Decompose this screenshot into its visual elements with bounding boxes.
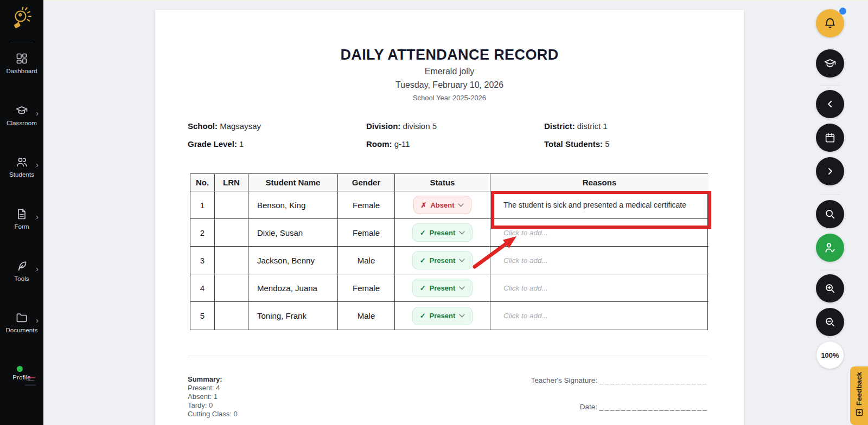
calendar-button[interactable] [816, 124, 844, 152]
sidebar-item-students[interactable]: Students › [0, 156, 43, 178]
table-header-row: No. LRN Student Name Gender Status Reaso… [190, 174, 707, 191]
notification-badge [839, 8, 846, 15]
report-date: Tuesday, February 10, 2026 [155, 80, 744, 90]
status-dropdown-present[interactable]: ✓ Present [412, 307, 473, 325]
app-logo[interactable] [9, 5, 35, 34]
online-status-dot [17, 366, 23, 372]
date-signature-line: Date: ____________________ [580, 403, 708, 411]
top-strip [43, 0, 868, 1]
cell-no: 2 [190, 219, 215, 247]
info-grade-label: Grade Level: [188, 139, 237, 149]
reason-cell-placeholder[interactable]: Click to add... [490, 247, 709, 274]
classroom-mode-button[interactable] [816, 49, 844, 78]
feedback-message-icon [856, 409, 863, 418]
cell-status: ✓ Present [395, 302, 490, 330]
students-icon [15, 156, 28, 169]
search-button[interactable] [816, 200, 844, 228]
info-division: Division: division 5 [366, 121, 437, 131]
reason-cell-placeholder[interactable]: Click to add... [490, 302, 709, 330]
chevron-right-icon [825, 166, 835, 177]
cell-lrn [215, 274, 248, 302]
graduation-cap-icon [15, 104, 28, 117]
cell-gender: Female [338, 274, 395, 302]
info-room-value: g-11 [394, 139, 410, 149]
bell-icon [824, 17, 837, 30]
status-label: Present [430, 284, 456, 292]
person-check-icon [824, 241, 837, 254]
sidebar-item-label: Tools [0, 275, 43, 282]
sidebar-profile[interactable]: Profile [0, 371, 43, 381]
footer-divider [188, 356, 708, 356]
chevron-down-icon [459, 314, 465, 318]
info-total-label: Total Students: [544, 139, 603, 149]
rail-divider [820, 195, 840, 195]
chevron-right-icon: › [36, 213, 39, 221]
reason-cell[interactable]: The student is sick and presented a medi… [490, 191, 709, 219]
summary-cutting-class: Cutting Class: 0 [188, 410, 238, 418]
sidebar-item-tools[interactable]: Tools › [0, 260, 43, 282]
header-reasons: Reasons [490, 174, 709, 191]
zoom-level-indicator[interactable]: 100% [816, 342, 844, 369]
info-division-label: Division: [366, 121, 400, 131]
x-mark-icon: ✗ [421, 201, 427, 209]
zoom-out-button[interactable] [816, 308, 844, 336]
cell-lrn [215, 302, 248, 330]
rail-divider [820, 270, 840, 271]
status-dropdown-absent[interactable]: ✗ Absent [413, 196, 472, 214]
sidebar-item-label: Documents [0, 327, 43, 333]
feedback-tab[interactable]: Feedback [850, 366, 868, 425]
cell-lrn [215, 247, 248, 274]
info-district: District: district 1 [544, 121, 608, 131]
status-dropdown-present[interactable]: ✓ Present [412, 279, 473, 297]
next-day-button[interactable] [816, 157, 844, 185]
table-row: 4 Mendoza, Juana Female ✓ Present Cl [190, 274, 707, 302]
sidebar-item-classroom[interactable]: Classroom › [0, 104, 43, 126]
sidebar-item-form[interactable]: Form › [0, 208, 43, 230]
summary-title: Summary: [188, 375, 238, 384]
search-icon [824, 208, 836, 220]
cell-student-name: Jackson, Benny [248, 247, 338, 274]
reason-cell-placeholder[interactable]: Click to add... [490, 274, 709, 302]
status-dropdown-present[interactable]: ✓ Present [412, 251, 473, 269]
info-school-value: Magsaysay [220, 121, 261, 131]
profile-label: Profile [0, 374, 43, 381]
cell-gender: Female [338, 219, 395, 247]
cell-lrn [215, 219, 248, 247]
sidebar-item-label: Dashboard [0, 68, 43, 74]
sidebar: Dashboard Classroom › [0, 0, 43, 425]
info-total-value: 5 [605, 139, 609, 149]
chevron-right-icon: › [36, 161, 39, 169]
teacher-name: Emerald jolly [155, 67, 744, 76]
previous-day-button[interactable] [816, 90, 844, 118]
status-dropdown-present[interactable]: ✓ Present [412, 223, 473, 242]
info-division-value: division 5 [403, 121, 437, 131]
header-gender: Gender [338, 174, 395, 191]
header-lrn: LRN [215, 174, 248, 191]
summary-tardy: Tardy: 0 [188, 401, 238, 410]
sidebar-item-documents[interactable]: Documents › [0, 311, 43, 333]
header-no: No. [190, 174, 215, 191]
attendance-table: No. LRN Student Name Gender Status Reaso… [190, 173, 708, 330]
cell-no: 1 [190, 191, 215, 219]
zoom-in-button[interactable] [816, 274, 844, 302]
sidebar-item-label: Classroom [0, 120, 43, 126]
check-mark-icon: ✓ [420, 284, 426, 292]
mark-attendance-button[interactable] [816, 234, 844, 262]
cell-student-name: Mendoza, Juana [248, 274, 338, 302]
sidebar-divider [10, 42, 34, 42]
cell-no: 4 [190, 274, 215, 302]
info-school: School: Magsaysay [188, 121, 261, 131]
sidebar-item-label: Students [0, 171, 43, 178]
lightbulb-logo-icon [9, 26, 35, 35]
check-mark-icon: ✓ [420, 312, 426, 320]
feedback-label: Feedback [855, 372, 863, 405]
info-grade: Grade Level: 1 [188, 139, 244, 149]
reason-cell-placeholder[interactable]: Click to add... [490, 219, 709, 247]
sidebar-item-label: Form [0, 223, 43, 230]
table-row: 2 Dixie, Susan Female ✓ Present Clic [190, 219, 707, 247]
chevron-down-icon [458, 203, 464, 207]
sidebar-item-dashboard[interactable]: Dashboard [0, 52, 43, 74]
zoom-percent-label: 100% [821, 351, 839, 359]
date-label: Date: [580, 403, 597, 411]
school-year: School Year 2025-2026 [155, 94, 744, 102]
